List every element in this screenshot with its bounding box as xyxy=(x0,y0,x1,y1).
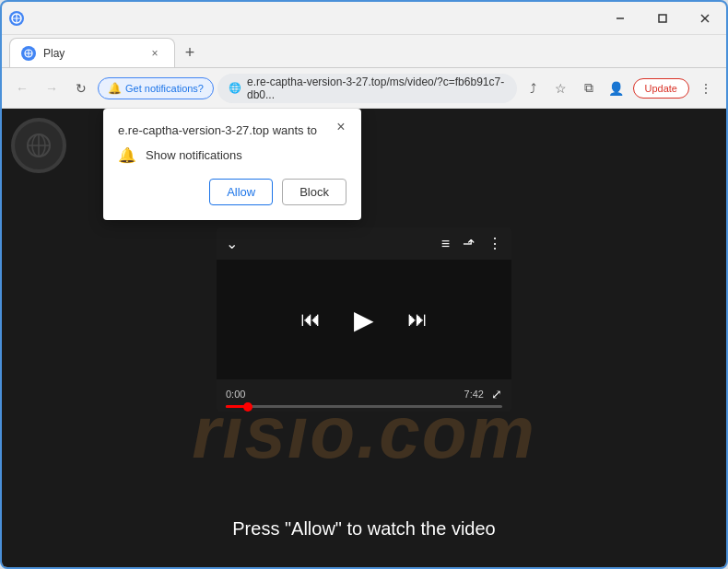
title-bar xyxy=(2,2,726,35)
minimize-button[interactable] xyxy=(599,2,641,35)
video-header: ⌄ ≡ ⬏ ⋮ xyxy=(217,227,511,260)
next-button[interactable]: ⏭ xyxy=(407,308,428,331)
update-button[interactable]: Update xyxy=(633,78,689,99)
tab-favicon-icon xyxy=(21,46,36,61)
popup-buttons: Allow Block xyxy=(118,179,346,205)
notification-btn-label: Get notifications? xyxy=(125,83,204,94)
forward-button[interactable]: → xyxy=(39,75,65,101)
url-bar[interactable]: 🌐 e.re-captha-version-3-27.top/ms/video/… xyxy=(217,74,517,103)
share-video-icon[interactable]: ⬏ xyxy=(463,235,475,252)
address-bar-icons: ⤴ ☆ ⧉ 👤 xyxy=(521,75,629,101)
video-progress-area: 0:00 7:42 ⤢ xyxy=(217,379,511,412)
close-button[interactable] xyxy=(684,2,726,35)
popup-notification-row: 🔔 Show notifications xyxy=(118,146,346,164)
allow-button[interactable]: Allow xyxy=(209,179,273,205)
popup-title: e.re-captha-version-3-27.top wants to xyxy=(118,123,346,137)
video-collapse-icon[interactable]: ⌄ xyxy=(226,235,238,252)
notification-popup: e.re-captha-version-3-27.top wants to × … xyxy=(103,109,361,220)
video-progress-fill xyxy=(226,405,248,408)
maximize-button[interactable] xyxy=(641,2,684,35)
sidebar-icon[interactable]: ⧉ xyxy=(576,75,602,101)
video-timebar: 0:00 7:42 ⤢ xyxy=(226,387,502,401)
fullscreen-icon[interactable]: ⤢ xyxy=(491,387,502,401)
queue-icon[interactable]: ≡ xyxy=(441,236,450,252)
get-notifications-button[interactable]: 🔔 Get notifications? xyxy=(98,77,214,99)
video-time-current: 0:00 xyxy=(226,389,245,400)
reload-button[interactable]: ↻ xyxy=(68,75,94,101)
prev-button[interactable]: ⏮ xyxy=(300,308,321,331)
main-content: risio.com ⌄ ≡ ⬏ ⋮ ⏮ ▶ ⏭ xyxy=(2,109,726,567)
new-tab-button[interactable]: + xyxy=(177,40,203,65)
bookmark-icon[interactable]: ☆ xyxy=(548,75,574,101)
url-text: e.re-captha-version-3-27.top/ms/video/?c… xyxy=(247,75,506,101)
block-button[interactable]: Block xyxy=(282,179,346,205)
background-logo xyxy=(11,118,76,182)
tab-bar: Play × + xyxy=(2,35,726,68)
address-bar: ← → ↻ 🔔 Get notifications? 🌐 e.re-captha… xyxy=(2,68,726,109)
popup-close-button[interactable]: × xyxy=(330,116,352,138)
tab-close-button[interactable]: × xyxy=(147,45,163,62)
more-options-icon[interactable]: ⋮ xyxy=(693,75,719,101)
svg-rect-4 xyxy=(659,15,666,22)
video-progress-dot xyxy=(243,402,252,412)
video-player: ⌄ ≡ ⬏ ⋮ ⏮ ▶ ⏭ 0:00 7:42 ⤢ xyxy=(217,227,511,412)
more-video-icon[interactable]: ⋮ xyxy=(487,235,502,252)
active-tab[interactable]: Play × xyxy=(9,38,175,67)
video-header-icons: ≡ ⬏ ⋮ xyxy=(441,235,502,252)
subtitle-text: Press "Allow" to watch the video xyxy=(2,518,726,540)
back-button[interactable]: ← xyxy=(9,75,35,101)
video-body: ⏮ ▶ ⏭ xyxy=(217,260,511,379)
tab-favicon xyxy=(9,11,24,26)
video-time-total: 7:42 xyxy=(464,389,484,400)
tab-title: Play xyxy=(43,47,139,60)
window-controls xyxy=(599,2,726,35)
profile-icon[interactable]: 👤 xyxy=(604,75,629,101)
share-icon[interactable]: ⤴ xyxy=(521,75,546,101)
popup-notification-label: Show notifications xyxy=(146,148,242,162)
play-button[interactable]: ▶ xyxy=(354,305,374,335)
popup-bell-icon: 🔔 xyxy=(118,146,136,164)
notification-bell-icon: 🔔 xyxy=(108,82,122,95)
logo-circle xyxy=(11,118,66,173)
site-icon: 🌐 xyxy=(229,82,241,94)
video-progress-bar[interactable] xyxy=(226,405,502,408)
